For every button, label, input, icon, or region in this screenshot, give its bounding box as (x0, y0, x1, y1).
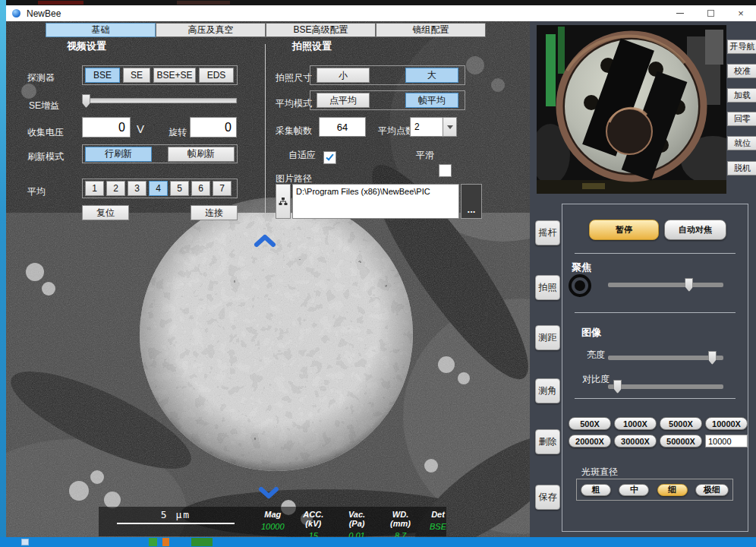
refresh-line-button[interactable]: 行刷新 (85, 147, 152, 162)
mag-50000x-button[interactable]: 50000X (660, 435, 702, 447)
nav-in-position-button[interactable]: 就位 (727, 136, 756, 150)
path-pin-button[interactable] (276, 184, 291, 219)
detector-se-button[interactable]: SE (123, 68, 150, 83)
spot-fine-button[interactable]: 细 (657, 484, 688, 496)
frame-average-button[interactable]: 帧平均 (405, 93, 458, 108)
average-7-button[interactable]: 7 (213, 181, 232, 196)
brightness-slider[interactable] (608, 356, 723, 360)
contrast-slider-thumb[interactable] (613, 380, 622, 394)
tab-bse-advanced[interactable]: BSE高级配置 (266, 23, 376, 37)
spot-coarse-button[interactable]: 粗 (581, 484, 611, 496)
tab-lens-config[interactable]: 镜组配置 (376, 23, 486, 37)
adaptive-checkbox[interactable] (323, 151, 336, 164)
focus-slider[interactable] (608, 283, 723, 287)
points-combo-value[interactable]: 2 (410, 117, 443, 137)
taskbar-window-icon[interactable] (21, 539, 29, 545)
vac-column: Vac.(Pa)0.01 (342, 510, 371, 540)
refresh-mode-label: 刷新模式 (27, 150, 64, 163)
taskbar-orange-icon[interactable] (162, 538, 169, 546)
mag-column: Mag10000 (261, 510, 285, 540)
spot-extra-fine-button[interactable]: 极细 (695, 484, 729, 496)
detector-bse-se-button[interactable]: BSE+SE (153, 68, 196, 83)
joystick-button[interactable]: 摇杆 (535, 220, 560, 245)
chamber-camera-image (537, 25, 726, 194)
nav-calibrate-button[interactable]: 校准 (727, 64, 756, 78)
window-title: NewBee (27, 8, 61, 19)
pause-button[interactable]: 暂停 (589, 220, 659, 240)
nav-offline-button[interactable]: 脱机 (727, 161, 756, 175)
mag-20000x-button[interactable]: 20000X (569, 435, 611, 447)
background-window-sliver (6, 0, 756, 5)
average-3-button[interactable]: 3 (128, 181, 146, 196)
focus-slider-thumb[interactable] (685, 278, 693, 292)
taskbar-green-icon[interactable] (149, 538, 157, 546)
nav-load-button[interactable]: 加载 (727, 88, 756, 103)
mag-10000x-button[interactable]: 10000X (705, 417, 748, 430)
average-4-button[interactable]: 4 (149, 181, 168, 196)
nav-home-button[interactable]: 回零 (727, 112, 756, 126)
size-small-button[interactable]: 小 (317, 68, 370, 83)
points-combo[interactable]: 2 (410, 117, 457, 137)
average-1-button[interactable]: 1 (85, 181, 104, 196)
detector-bse-button[interactable]: BSE (85, 68, 120, 83)
points-combo-button[interactable] (443, 117, 457, 137)
tab-basic[interactable]: 基础 (46, 23, 156, 37)
detector-eds-button[interactable]: EDS (199, 68, 234, 83)
minimize-button[interactable] (665, 5, 695, 21)
detector-label: 探测器 (27, 71, 55, 84)
mag-1000x-button[interactable]: 1000X (614, 417, 657, 430)
chevron-down-icon (447, 125, 453, 129)
autofocus-button[interactable]: 自动对焦 (664, 220, 726, 240)
maximize-button[interactable] (695, 5, 726, 21)
video-settings-title: 视频设置 (67, 40, 106, 53)
det-column: DetBSE (430, 510, 446, 540)
frames-input[interactable] (319, 117, 366, 137)
rotate-input[interactable] (190, 117, 237, 138)
contrast-label: 对比度 (582, 373, 610, 386)
focus-knob-icon[interactable] (569, 274, 591, 297)
reset-button[interactable]: 复位 (82, 205, 129, 220)
se-gain-slider[interactable] (83, 98, 237, 103)
spot-medium-button[interactable]: 中 (619, 484, 649, 496)
pan-down-arrow[interactable] (258, 486, 279, 499)
average-2-button[interactable]: 2 (106, 181, 125, 196)
mag-input[interactable] (705, 435, 748, 447)
spot-size-group: 粗 中 细 极细 (576, 479, 733, 501)
refresh-frame-button[interactable]: 帧刷新 (168, 147, 235, 162)
contrast-slider[interactable] (608, 384, 723, 389)
taskbar[interactable] (0, 537, 756, 547)
browse-button[interactable]: ... (461, 184, 482, 219)
pan-up-arrow[interactable] (254, 234, 276, 248)
collect-voltage-input[interactable] (82, 117, 131, 138)
measure-angle-button[interactable]: 测角 (535, 378, 560, 403)
average-5-button[interactable]: 5 (170, 181, 189, 196)
mag-500x-button[interactable]: 500X (569, 417, 611, 430)
tab-bar: 基础 高压及真空 BSE高级配置 镜组配置 (46, 23, 486, 37)
smooth-checkbox[interactable] (439, 164, 452, 177)
mag-5000x-button[interactable]: 5000X (660, 417, 702, 430)
control-panel: 暂停 自动对焦 聚焦 图像 亮度 对比度 500X 1000X 5000X 10… (562, 204, 748, 532)
smooth-label: 平滑 (416, 149, 434, 162)
point-average-button[interactable]: 点平均 (317, 93, 370, 108)
save-button[interactable]: 保存 (535, 485, 560, 510)
size-large-button[interactable]: 大 (405, 68, 458, 83)
frames-label: 采集帧数 (276, 125, 312, 138)
delete-button[interactable]: 删除 (535, 429, 560, 454)
photo-size-group: 小 大 (310, 65, 465, 85)
capture-button[interactable]: 拍照 (535, 275, 560, 300)
measure-distance-button[interactable]: 测距 (535, 325, 560, 350)
spot-size-label: 光斑直径 (581, 466, 618, 479)
close-button[interactable]: × (726, 5, 756, 21)
path-textbox[interactable]: D:\Program Files (x86)\NewBee\PIC (292, 184, 459, 219)
mag-30000x-button[interactable]: 30000X (614, 435, 657, 447)
brightness-slider-thumb[interactable] (708, 351, 717, 365)
title-bar: NewBee × (6, 5, 756, 21)
nav-open-navigation-button[interactable]: 开导航 (727, 40, 756, 54)
connect-button[interactable]: 连接 (191, 205, 238, 220)
average-6-button[interactable]: 6 (191, 181, 210, 196)
sitemap-icon (279, 197, 288, 206)
app-icon (12, 9, 20, 17)
tab-hv-vacuum[interactable]: 高压及真空 (156, 23, 266, 37)
brightness-label: 亮度 (587, 349, 605, 362)
taskbar-green-bar-icon[interactable] (191, 538, 213, 546)
